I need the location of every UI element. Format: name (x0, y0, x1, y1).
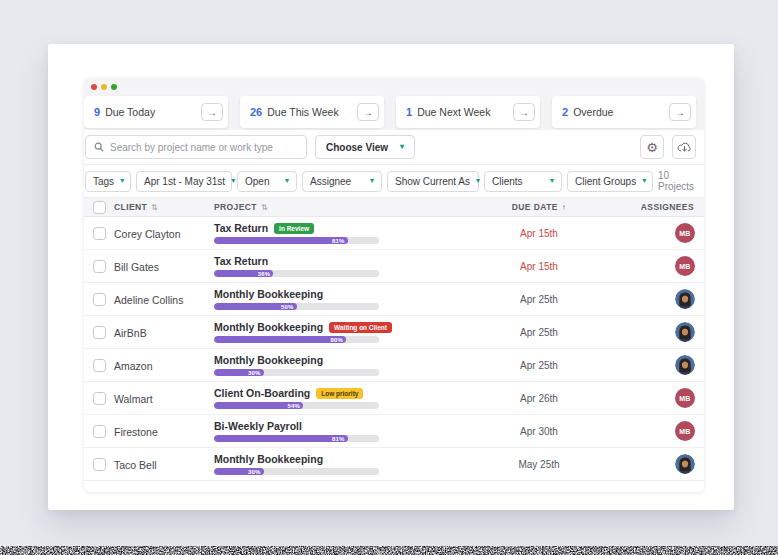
avatar[interactable]: MB (675, 388, 695, 408)
filter-dropdown-tags[interactable]: Tags ▾ (85, 171, 131, 192)
stat-card-overdue[interactable]: 2 Overdue → (552, 96, 696, 128)
stat-card-due-next-week[interactable]: 1 Due Next Week → (396, 96, 540, 128)
filter-dropdown-open[interactable]: Open ▾ (237, 171, 297, 192)
search-input[interactable] (110, 142, 298, 153)
progress-label: 36% (258, 271, 271, 277)
avatar[interactable]: MB (675, 223, 695, 243)
avatar[interactable] (675, 454, 695, 474)
row-checkbox[interactable] (93, 392, 106, 405)
filter-dropdown-apr-1st-may-31st[interactable]: Apr 1st - May 31st ▾ (136, 171, 232, 192)
assignee-photo-icon (675, 289, 695, 309)
table-row[interactable]: Firestone Bi-Weekly Payroll 81% Apr 30th… (84, 415, 704, 448)
progress-label: 30% (248, 370, 261, 376)
progress-label: 50% (281, 304, 294, 310)
arrow-right-icon[interactable]: → (669, 103, 691, 121)
filter-row: Tags ▾ Apr 1st - May 31st ▾ Open ▾ Assig… (84, 165, 704, 197)
column-header-client[interactable]: CLIENT ⇅ (114, 202, 214, 212)
arrow-right-icon[interactable]: → (201, 103, 223, 121)
client-name: Taco Bell (114, 459, 157, 471)
column-header-assignees: ASSIGNEES (604, 202, 704, 212)
choose-view-dropdown[interactable]: Choose View ▾ (315, 135, 415, 159)
filter-dropdown-show-current-as[interactable]: Show Current As ▾ (387, 171, 479, 192)
client-name: Bill Gates (114, 261, 159, 273)
due-date: Apr 15th (474, 261, 604, 272)
search-box[interactable] (85, 135, 307, 159)
search-icon (94, 142, 104, 152)
row-checkbox[interactable] (93, 359, 106, 372)
app-window: 9 Due Today → 26 Due This Week → 1 Due N… (84, 78, 704, 492)
main-panel: Choose View ▾ ⚙ Tags ▾ A (84, 130, 704, 492)
minimize-window-icon[interactable] (101, 84, 107, 90)
chevron-down-icon: ▾ (231, 177, 235, 185)
table-row[interactable]: AirBnB Monthly Bookkeeping Waiting on Cl… (84, 316, 704, 349)
filter-dropdown-clients[interactable]: Clients ▾ (484, 171, 562, 192)
row-checkbox[interactable] (93, 326, 106, 339)
row-checkbox[interactable] (93, 293, 106, 306)
project-name: Tax Return (214, 255, 268, 267)
progress-label: 81% (332, 436, 345, 442)
avatar[interactable]: MB (675, 256, 695, 276)
sort-ascending-icon: ↑ (562, 203, 566, 212)
projects-count: 10 Projects (658, 170, 696, 192)
table-row[interactable]: Walmart Client On-Boarding Low priority … (84, 382, 704, 415)
progress-bar: 30% (214, 468, 379, 475)
status-badge: Waiting on Client (329, 322, 392, 333)
progress-label: 54% (287, 403, 300, 409)
client-name: Adeline Collins (114, 294, 183, 306)
column-header-due-date[interactable]: DUE DATE ↑ (474, 202, 604, 212)
client-name: Walmart (114, 393, 153, 405)
zoom-window-icon[interactable] (111, 84, 117, 90)
stat-label: Due Today (105, 106, 155, 118)
gear-icon: ⚙ (646, 140, 658, 155)
select-all-checkbox[interactable] (93, 201, 106, 214)
close-window-icon[interactable] (91, 84, 97, 90)
row-checkbox[interactable] (93, 425, 106, 438)
settings-button[interactable]: ⚙ (640, 135, 664, 159)
export-button[interactable] (672, 135, 696, 159)
avatar[interactable] (675, 289, 695, 309)
status-badge: In Review (274, 223, 314, 234)
stat-label: Due Next Week (417, 106, 490, 118)
column-header-project[interactable]: PROJECT ⇅ (214, 202, 474, 212)
row-checkbox[interactable] (93, 227, 106, 240)
toolbar: Choose View ▾ ⚙ (84, 130, 704, 164)
due-date: Apr 25th (474, 360, 604, 371)
progress-bar: 81% (214, 435, 379, 442)
row-checkbox[interactable] (93, 458, 106, 471)
project-name: Client On-Boarding (214, 387, 310, 399)
project-name: Tax Return (214, 222, 268, 234)
arrow-right-icon[interactable]: → (357, 103, 379, 121)
row-checkbox[interactable] (93, 260, 106, 273)
window-titlebar (84, 78, 704, 96)
progress-bar: 80% (214, 336, 379, 343)
due-date: Apr 26th (474, 393, 604, 404)
table-row[interactable]: Adeline Collins Monthly Bookkeeping 50% … (84, 283, 704, 316)
stat-count: 1 (406, 106, 412, 118)
filter-dropdown-assignee[interactable]: Assignee ▾ (302, 171, 382, 192)
avatar[interactable] (675, 322, 695, 342)
stat-count: 9 (94, 106, 100, 118)
progress-bar: 30% (214, 369, 379, 376)
chevron-down-icon: ▾ (120, 177, 124, 185)
table-body: Corey Clayton Tax Return In Review 81% A… (84, 217, 704, 481)
client-name: AirBnB (114, 327, 147, 339)
project-name: Monthly Bookkeeping (214, 288, 323, 300)
project-name: Bi-Weekly Payroll (214, 420, 302, 432)
stat-count: 2 (562, 106, 568, 118)
progress-bar: 81% (214, 237, 379, 244)
cloud-download-icon (677, 141, 692, 154)
due-date: May 25th (474, 459, 604, 470)
chevron-down-icon: ▾ (476, 177, 480, 185)
table-row[interactable]: Bill Gates Tax Return 36% Apr 15th MB (84, 250, 704, 283)
arrow-right-icon[interactable]: → (513, 103, 535, 121)
client-name: Firestone (114, 426, 158, 438)
table-row[interactable]: Taco Bell Monthly Bookkeeping 30% May 25… (84, 448, 704, 481)
table-row[interactable]: Corey Clayton Tax Return In Review 81% A… (84, 217, 704, 250)
avatar[interactable] (675, 355, 695, 375)
client-name: Amazon (114, 360, 153, 372)
avatar[interactable]: MB (675, 421, 695, 441)
stat-card-due-this-week[interactable]: 26 Due This Week → (240, 96, 384, 128)
stat-card-due-today[interactable]: 9 Due Today → (84, 96, 228, 128)
filter-dropdown-client-groups[interactable]: Client Groups ▾ (567, 171, 653, 192)
table-row[interactable]: Amazon Monthly Bookkeeping 30% Apr 25th (84, 349, 704, 382)
